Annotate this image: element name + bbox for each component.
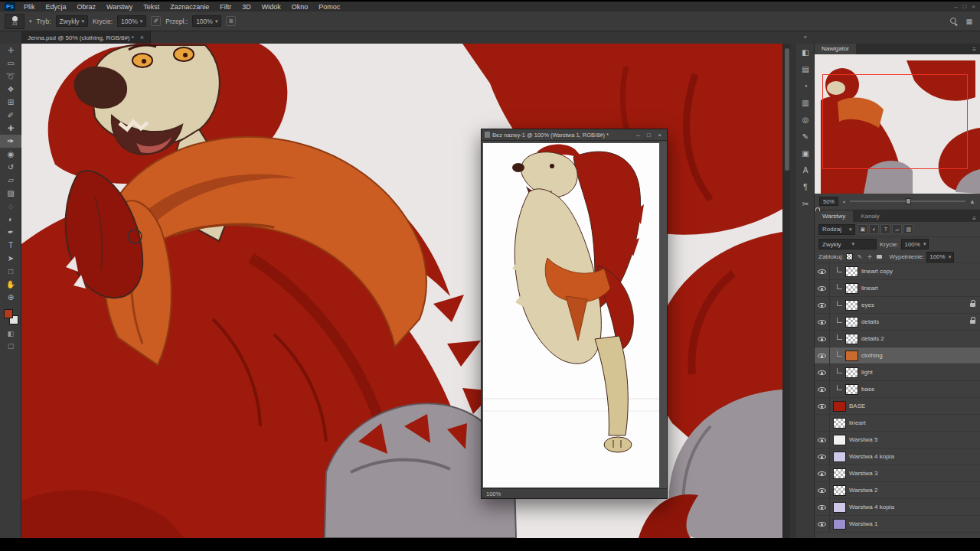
blur-tool[interactable]: ◌ — [0, 200, 21, 213]
layer-row-warstwa-4-kopia[interactable]: Warstwa 4 kopia — [815, 448, 980, 465]
layer-filter-dropdown[interactable]: Rodzaj ▾ — [818, 224, 855, 235]
layer-visibility-toggle[interactable] — [815, 263, 830, 279]
collapse-panels-icon[interactable]: « — [804, 34, 807, 41]
minimize-window-icon[interactable]: – — [954, 3, 957, 10]
brush-settings-panel-icon[interactable]: ✎ — [796, 128, 815, 145]
menu-plik[interactable]: Plik — [18, 3, 41, 11]
character-panel-icon[interactable]: A — [796, 161, 815, 178]
layer-row-warstwa-1[interactable]: Warstwa 1 — [815, 516, 980, 533]
menu-warstwy[interactable]: Warstwy — [101, 3, 138, 11]
workspace-switcher-icon[interactable]: ▦ — [965, 18, 972, 25]
main-canvas-artwork[interactable] — [21, 44, 782, 538]
tab-channels[interactable]: Kanały — [853, 210, 887, 222]
layer-visibility-toggle[interactable] — [815, 499, 830, 515]
color-panel-icon[interactable]: ◧ — [796, 44, 815, 60]
layer-thumbnail[interactable] — [845, 367, 858, 378]
layer-row-warstwa-4-kopia[interactable]: Warstwa 4 kopia — [815, 499, 980, 516]
layer-thumbnail[interactable] — [833, 485, 846, 496]
layer-thumbnail[interactable] — [833, 519, 846, 530]
history-brush-tool[interactable]: ↺ — [0, 161, 21, 174]
layer-blend-mode-dropdown[interactable]: Zwykły ▾ — [818, 239, 877, 249]
layer-row-base[interactable]: BASE — [815, 398, 980, 415]
info-panel-icon[interactable]: ◎ — [796, 111, 815, 128]
chevron-down-icon[interactable]: ▾ — [29, 18, 32, 24]
layer-thumbnail[interactable] — [833, 468, 846, 479]
tab-layers[interactable]: Warstwy — [815, 210, 853, 222]
airbrush-icon[interactable]: ≋ — [226, 16, 236, 26]
zoom-slider[interactable] — [850, 201, 965, 202]
zoom-out-icon[interactable]: ▲ — [842, 199, 846, 204]
layer-thumbnail[interactable] — [845, 266, 858, 277]
clone-stamp-tool[interactable]: ◉ — [0, 148, 21, 161]
floating-document-window[interactable]: Bez nazwy-1 @ 100% (Warstwa 1, RGB/8#) *… — [481, 129, 668, 499]
adjustments-panel-icon[interactable]: ◔ — [796, 77, 815, 94]
layer-visibility-toggle[interactable] — [815, 415, 830, 431]
menu-okno[interactable]: Okno — [286, 3, 314, 11]
lock-pixels-icon[interactable]: ✎ — [855, 253, 864, 261]
panel-menu-icon[interactable]: ≡ — [972, 215, 976, 222]
layer-thumbnail[interactable] — [845, 350, 858, 361]
layer-thumbnail[interactable] — [833, 435, 846, 445]
search-icon[interactable] — [950, 18, 958, 25]
menu-pomoc[interactable]: Pomoc — [313, 3, 345, 11]
rectangle-tool[interactable]: □ — [0, 265, 21, 278]
maximize-window-icon[interactable]: □ — [962, 3, 966, 10]
maximize-icon[interactable]: □ — [645, 132, 653, 139]
healing-brush-tool[interactable]: ✚ — [0, 122, 21, 135]
scrollbar-thumb[interactable] — [785, 48, 789, 171]
blend-mode-dropdown[interactable]: Zwykły ▾ — [56, 15, 89, 27]
close-icon[interactable]: × — [655, 132, 664, 139]
layer-row-warstwa-3[interactable]: Warstwa 3 — [815, 465, 980, 482]
navigator-view-rectangle[interactable] — [822, 74, 968, 169]
clone-source-panel-icon[interactable]: ▣ — [796, 145, 815, 161]
navigator-zoom-value[interactable]: 50% — [819, 197, 838, 206]
layer-thumbnail[interactable] — [833, 452, 846, 462]
pen-tool[interactable]: ✒ — [0, 226, 21, 239]
filter-shape-layers-icon[interactable]: ▱ — [892, 224, 902, 234]
hand-tool[interactable]: ✋ — [0, 278, 21, 291]
crop-tool[interactable]: ⊞ — [0, 96, 21, 109]
layer-visibility-toggle[interactable] — [815, 364, 830, 380]
layer-visibility-toggle[interactable] — [815, 297, 830, 313]
layer-visibility-toggle[interactable] — [815, 280, 830, 296]
type-tool[interactable]: T — [0, 239, 21, 252]
layer-thumbnail[interactable] — [845, 384, 858, 395]
layer-thumbnail[interactable] — [845, 317, 858, 328]
layer-thumbnail[interactable] — [845, 300, 858, 311]
dodge-tool[interactable]: ◐ — [0, 213, 21, 226]
layer-thumbnail[interactable] — [833, 401, 846, 412]
floating-canvas[interactable] — [483, 143, 659, 487]
layer-visibility-toggle[interactable] — [815, 432, 830, 448]
document-tab[interactable]: Jenna.psd @ 50% (clothing, RGB/8#) * × — [21, 31, 151, 44]
paragraph-panel-icon[interactable]: ¶ — [796, 178, 815, 195]
pressure-opacity-icon[interactable]: ✐ — [151, 16, 161, 26]
close-window-icon[interactable]: × — [972, 3, 975, 10]
close-tab-icon[interactable]: × — [140, 34, 144, 41]
zoom-tool[interactable]: ⊕ — [0, 291, 21, 304]
navigator-thumbnail[interactable] — [815, 54, 980, 194]
eyedropper-tool[interactable]: ✐ — [0, 109, 21, 122]
move-tool[interactable]: ✛ — [0, 44, 21, 57]
layer-thumbnail[interactable] — [845, 283, 858, 294]
layer-visibility-toggle[interactable] — [815, 347, 830, 364]
floating-window-titlebar[interactable]: Bez nazwy-1 @ 100% (Warstwa 1, RGB/8#) *… — [482, 129, 667, 141]
lasso-tool[interactable]: ➰ — [0, 70, 21, 83]
layer-visibility-toggle[interactable] — [815, 398, 830, 414]
histogram-panel-icon[interactable]: ▥ — [796, 94, 815, 111]
lock-transparency-icon[interactable] — [845, 253, 854, 261]
layer-row-details-2[interactable]: details 2 — [815, 331, 980, 347]
filter-type-layers-icon[interactable]: T — [880, 224, 890, 234]
path-selection-tool[interactable]: ➤ — [0, 252, 21, 265]
gradient-tool[interactable]: ▨ — [0, 187, 21, 200]
layer-row-lineart[interactable]: lineart — [815, 280, 980, 297]
layer-row-details[interactable]: details — [815, 314, 980, 331]
rectangular-marquee-tool[interactable]: ▭ — [0, 57, 21, 70]
screen-mode-button[interactable]: ▢ — [0, 340, 21, 352]
canvas-vertical-scrollbar[interactable] — [784, 44, 790, 538]
menu-filtr[interactable]: Filtr — [214, 3, 237, 11]
layer-row-light[interactable]: light — [815, 364, 980, 381]
floating-canvas-artwork[interactable] — [483, 143, 659, 487]
filter-pixel-layers-icon[interactable]: ▣ — [858, 224, 867, 234]
layer-visibility-toggle[interactable] — [815, 448, 830, 465]
layer-row-eyes[interactable]: eyes — [815, 297, 980, 314]
